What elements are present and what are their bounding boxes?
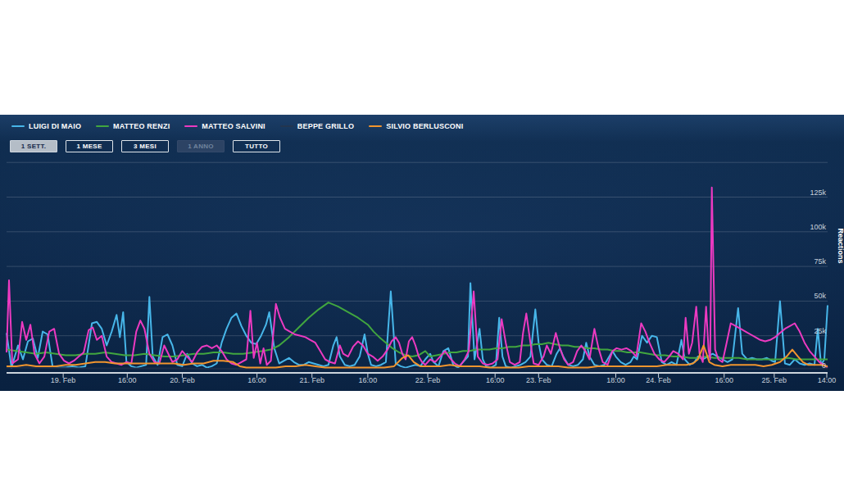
x-axis-label: 16:00 xyxy=(342,376,394,384)
legend-label: SILVIO BERLUSCONI xyxy=(386,122,463,130)
x-axis-label: 21. Feb xyxy=(286,376,338,384)
legend-item-matteo-salvini[interactable]: MATTEO SALVINI xyxy=(184,122,265,130)
series-color-dash-icon xyxy=(96,125,109,127)
legend-label: LUIGI DI MAIO xyxy=(29,122,81,130)
series-color-dash-icon xyxy=(280,125,293,127)
reactions-chart-panel: LUIGI DI MAIO MATTEO RENZI MATTEO SALVIN… xyxy=(0,115,844,391)
chart-legend: LUIGI DI MAIO MATTEO RENZI MATTEO SALVIN… xyxy=(11,122,463,130)
legend-item-silvio-berlusconi[interactable]: SILVIO BERLUSCONI xyxy=(369,122,463,130)
y-axis-title: Reactions xyxy=(837,228,844,263)
x-axis-label: 24. Feb xyxy=(633,376,685,384)
x-axis-label: 22. Feb xyxy=(402,376,454,384)
x-axis-label: 25. Feb xyxy=(748,376,801,384)
range-button-1-sett[interactable]: 1 SETT. xyxy=(10,140,57,152)
range-button-3-mesi[interactable]: 3 MESI xyxy=(121,140,169,152)
series-line-beppe-grillo[interactable] xyxy=(7,368,828,370)
legend-label: BEPPE GRILLO xyxy=(297,122,354,130)
series-color-dash-icon xyxy=(369,125,382,127)
y-axis-label: 0 xyxy=(793,361,826,370)
x-axis-label: 16:00 xyxy=(698,376,751,384)
y-axis-label: 75k xyxy=(793,257,826,266)
range-button-1-mese[interactable]: 1 MESE xyxy=(66,140,113,152)
range-button-1-anno: 1 ANNO xyxy=(177,140,225,152)
x-axis-label: 16:00 xyxy=(101,376,153,384)
x-axis-label: 23. Feb xyxy=(512,376,565,384)
y-axis-label: 50k xyxy=(793,292,826,300)
x-axis-label: 19. Feb xyxy=(37,376,89,384)
legend-item-beppe-grillo[interactable]: BEPPE GRILLO xyxy=(280,122,354,130)
range-selector: 1 SETT. 1 MESE 3 MESI 1 ANNO TUTTO xyxy=(10,140,280,152)
series-color-dash-icon xyxy=(11,125,25,127)
legend-item-luigi-di-maio[interactable]: LUIGI DI MAIO xyxy=(11,122,81,130)
y-axis-label: 25k xyxy=(793,327,826,335)
range-button-tutto[interactable]: TUTTO xyxy=(233,140,280,152)
x-axis-label: 20. Feb xyxy=(156,376,208,384)
page: LUIGI DI MAIO MATTEO RENZI MATTEO SALVIN… xyxy=(0,0,844,504)
y-axis-label: 100k xyxy=(793,223,826,231)
series-color-dash-icon xyxy=(184,125,197,127)
x-axis-label: 16:00 xyxy=(231,376,284,384)
chart-plot[interactable] xyxy=(0,115,844,391)
y-axis-label: 125k xyxy=(793,188,826,197)
x-axis-label: 14:00 xyxy=(801,376,844,384)
legend-label: MATTEO RENZI xyxy=(113,122,170,130)
series-line-matteo-salvini[interactable] xyxy=(7,188,828,368)
legend-label: MATTEO SALVINI xyxy=(202,122,265,130)
legend-item-matteo-renzi[interactable]: MATTEO RENZI xyxy=(96,122,170,130)
